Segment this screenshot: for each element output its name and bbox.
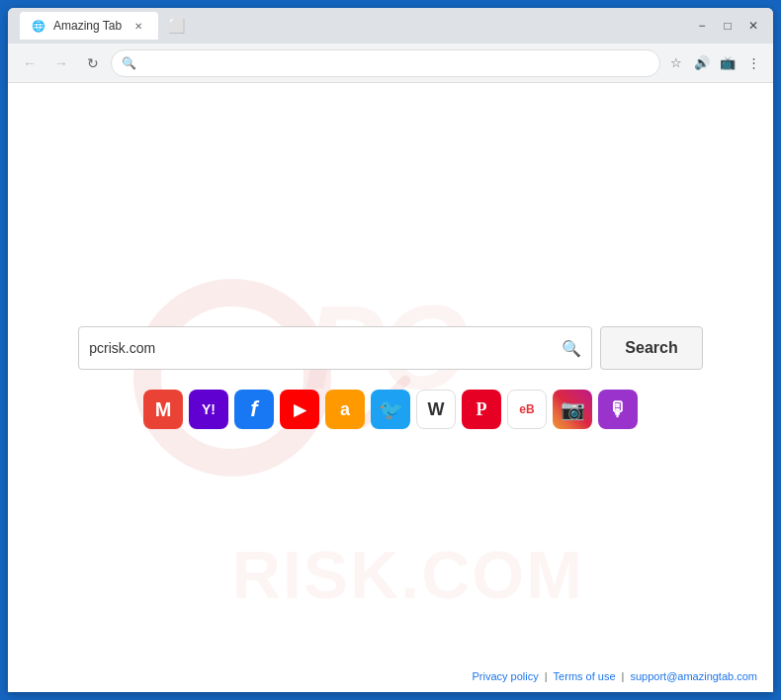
navigation-bar: ← → ↻ 🔍 ☆ 🔊 📺 ⋮	[8, 44, 773, 83]
minimize-button[interactable]: −	[690, 14, 714, 38]
footer-sep-2: |	[622, 670, 625, 682]
shortcut-facebook[interactable]: f	[234, 390, 274, 429]
page-footer: Privacy policy | Terms of use | support@…	[473, 670, 758, 682]
bookmark-button[interactable]: ☆	[664, 51, 688, 75]
tab-close-button[interactable]: ✕	[130, 18, 146, 34]
shortcut-twitter[interactable]: 🐦	[371, 390, 410, 429]
reload-button[interactable]: ↻	[79, 49, 107, 77]
browser-window: 🌐 Amazing Tab ✕ ⬜ − □ ✕ ← → ↻ 🔍 ☆ 🔊 📺 ⋮	[8, 8, 773, 692]
new-tab-button[interactable]: ⬜	[162, 12, 190, 40]
footer-sep-1: |	[545, 670, 548, 682]
window-controls: − □ ✕	[690, 14, 765, 38]
shortcut-youtube[interactable]: ▶	[280, 390, 319, 429]
browser-tab[interactable]: 🌐 Amazing Tab ✕	[20, 12, 158, 40]
shortcut-amazon[interactable]: a	[325, 390, 365, 429]
terms-of-use-link[interactable]: Terms of use	[554, 670, 616, 682]
address-bar[interactable]: 🔍	[111, 49, 660, 77]
shortcut-gmail[interactable]: M	[143, 390, 183, 429]
shortcut-pinterest[interactable]: P	[462, 390, 501, 429]
privacy-policy-link[interactable]: Privacy policy	[473, 670, 539, 682]
cast-button[interactable]: 📺	[716, 51, 739, 75]
tab-favicon: 🌐	[32, 20, 45, 33]
shortcuts-row: MY!f▶a🐦WPeB📷🎙	[143, 390, 638, 429]
shortcut-ebay[interactable]: eB	[507, 390, 547, 429]
menu-button[interactable]: ⋮	[741, 51, 765, 75]
forward-button[interactable]: →	[47, 49, 75, 77]
shortcut-yahoo[interactable]: Y!	[189, 390, 228, 429]
back-button[interactable]: ←	[16, 49, 43, 77]
address-input[interactable]	[142, 55, 650, 70]
address-search-icon: 🔍	[122, 56, 136, 70]
search-area: 🔍 Search MY!f▶a🐦WPeB📷🎙	[78, 326, 702, 429]
search-magnifier-icon: 🔍	[562, 339, 581, 358]
search-button[interactable]: Search	[600, 326, 702, 370]
search-box[interactable]: 🔍	[78, 326, 592, 370]
title-bar: 🌐 Amazing Tab ✕ ⬜ − □ ✕	[8, 8, 773, 44]
support-email-link[interactable]: support@amazingtab.com	[630, 670, 757, 682]
shortcut-wikipedia[interactable]: W	[416, 390, 456, 429]
tab-label: Amazing Tab	[53, 19, 122, 33]
audio-button[interactable]: 🔊	[690, 51, 714, 75]
shortcut-podcasts[interactable]: 🎙	[598, 390, 638, 429]
search-row: 🔍 Search	[78, 326, 702, 370]
watermark-text: RISK.COM	[232, 536, 584, 613]
search-input[interactable]	[89, 340, 554, 356]
shortcut-instagram[interactable]: 📷	[553, 390, 592, 429]
nav-action-buttons: ☆ 🔊 📺 ⋮	[664, 51, 765, 75]
tab-bar: 🌐 Amazing Tab ✕ ⬜	[16, 12, 686, 40]
maximize-button[interactable]: □	[716, 14, 739, 38]
page-content: PC RISK.COM 🔍 Search MY!f▶a🐦WPeB📷🎙 Priva…	[8, 83, 773, 692]
close-button[interactable]: ✕	[741, 14, 765, 38]
